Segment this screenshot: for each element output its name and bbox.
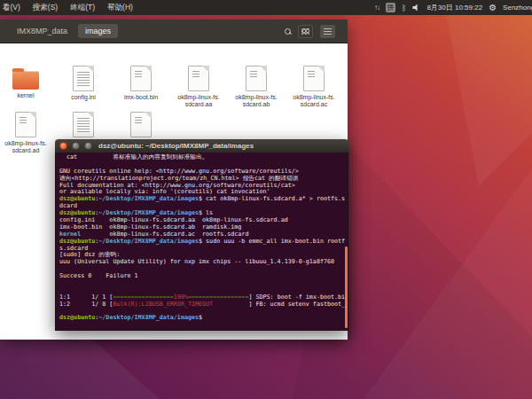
file-manager-headerbar: ktopIMX8MP_dataimages [0,20,348,43]
terminal-titlebar[interactable]: dsz@ubuntu: ~/Desktop/IMX8MP_data/images [55,139,348,153]
volume-icon[interactable] [412,4,420,12]
file-item[interactable]: ok8mp-linux-fs.sdcard.ab [228,66,285,108]
breadcrumb-item[interactable]: images [78,24,118,38]
list-view-button[interactable] [320,25,335,38]
breadcrumb: ktopIMX8MP_dataimages [0,24,118,38]
file-item[interactable]: ok8mp-linux-fs.sdcard.aa [170,66,227,108]
file-name: ok8mp-linux-fs.sdcard.ab [228,94,285,108]
terminal-title: dsz@ubuntu: ~/Desktop/IMX8MP_data/images [98,142,254,150]
binary-file-icon [246,66,267,91]
username-label[interactable]: Senzhong Deng [503,4,532,12]
text-file-icon [73,112,94,137]
folder-icon [12,71,39,90]
file-item[interactable]: imx-boot.bin [113,66,169,101]
global-menubar: 看(V)搜索(S)终端(T)帮助(H) ↑↓ 拼 ᛒ 8月30日 10:59:2… [0,0,532,15]
close-button[interactable] [59,142,67,150]
bluetooth-icon[interactable]: ᛒ [402,4,406,12]
terminal-menu: 看(V)搜索(S)终端(T)帮助(H) [0,3,133,13]
terminal-scrollbar[interactable] [345,246,348,328]
breadcrumb-item[interactable]: IMX8MP_data [10,24,74,38]
clock[interactable]: 8月30日 10:59:22 [426,3,482,12]
file-name: ok8mp-linux-fs.sdcard.ad [0,140,54,154]
file-item[interactable]: kernel [0,66,54,99]
file-name: config.ini [55,94,112,101]
session-gear-icon[interactable]: ⚙ [489,3,497,12]
terminal-line: dsz@ubuntu:~/Desktop/IMX8MP_data/images$ [59,315,348,322]
file-name: ok8mp-linux-fs.sdcard.ac [286,94,342,108]
terminal-line [59,280,348,287]
file-item[interactable]: ok8mp-linux-fs.sdcard.ad [0,112,54,154]
terminal-line: Success 0 Failure 1 [59,273,348,280]
menu-item[interactable]: 搜索(S) [33,3,58,13]
input-method-icon[interactable]: 拼 [386,3,395,12]
breadcrumb-item[interactable]: ktop [0,24,6,38]
minimize-button[interactable] [72,142,80,150]
system-tray: ↑↓ 拼 ᛒ 8月30日 10:59:22 ⚙ Senzhong Deng [374,0,532,15]
text-file-icon [73,66,94,91]
terminal-line: dsz@ubuntu:~/Desktop/IMX8MP_data/images$… [59,239,348,246]
terminal-line: 1:2 1/ 8 [Bulk(R):LIBUSB_ERROR_TIMEOUT ]… [59,301,348,309]
binary-file-icon [188,66,209,91]
maximize-button[interactable] [84,142,92,150]
file-name: ok8mp-linux-fs.sdcard.aa [170,94,227,108]
terminal-output[interactable]: cat 将标准输入的内容复制到标准输出。GNU coreutils online… [55,153,348,331]
binary-file-icon [130,112,152,137]
binary-file-icon [15,112,36,137]
binary-file-icon [130,66,152,91]
menu-item[interactable]: 终端(T) [70,3,95,13]
terminal-line: uuu (Universal Update Utility) for nxp i… [59,259,348,266]
file-item[interactable]: config.ini [55,66,112,101]
menu-item[interactable]: 看(V) [3,3,20,13]
file-name: imx-boot.bin [113,94,169,101]
file-item[interactable]: ok8mp-linux-fs.sdcard.ac [286,66,342,108]
terminal-line: cat 将标准输入的内容复制到标准输出。 [59,154,348,161]
terminal-window: dsz@ubuntu: ~/Desktop/IMX8MP_data/images… [55,139,348,331]
grid-view-button[interactable] [298,25,313,38]
search-icon[interactable] [285,28,291,35]
menu-item[interactable]: 帮助(H) [107,3,133,13]
binary-file-icon [303,66,325,91]
network-icon[interactable]: ↑↓ [374,4,379,12]
file-name: kernel [0,92,54,99]
desktop: 看(V)搜索(S)终端(T)帮助(H) ↑↓ 拼 ᛒ 8月30日 10:59:2… [0,0,532,399]
terminal-line: dsz@ubuntu:~/Desktop/IMX8MP_data/images$… [59,196,348,203]
